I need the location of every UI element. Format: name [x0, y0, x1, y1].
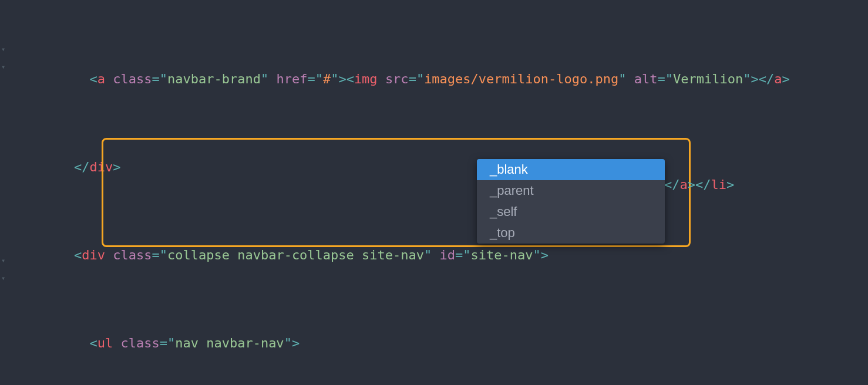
code-editor[interactable]: ▾ ▾ ▾ ▾ <a class="navbar-brand" href="#"… — [0, 0, 868, 385]
fold-triangle-icon[interactable]: ▾ — [1, 269, 8, 287]
fold-gutter: ▾ ▾ ▾ ▾ — [0, 0, 12, 385]
autocomplete-item[interactable]: _top — [477, 222, 665, 244]
autocomplete-item[interactable]: _self — [477, 201, 665, 222]
code-line[interactable]: <a class="navbar-brand" href="#"><img sr… — [12, 70, 790, 88]
autocomplete-popup[interactable]: _blank _parent _self _top — [477, 159, 665, 244]
code-line[interactable]: <ul class="nav navbar-nav"> — [12, 335, 790, 352]
fold-triangle-icon[interactable]: ▾ — [1, 252, 8, 269]
code-line[interactable]: </div> — [12, 158, 790, 176]
autocomplete-item[interactable]: _parent — [477, 180, 665, 201]
fold-triangle-icon[interactable]: ▾ — [1, 58, 8, 76]
fold-triangle-icon[interactable]: ▾ — [1, 40, 8, 58]
code-fragment: </a></li> — [664, 176, 734, 194]
autocomplete-item[interactable]: _blank — [477, 159, 665, 180]
code-line[interactable]: <div class="collapse navbar-collapse sit… — [12, 246, 790, 264]
